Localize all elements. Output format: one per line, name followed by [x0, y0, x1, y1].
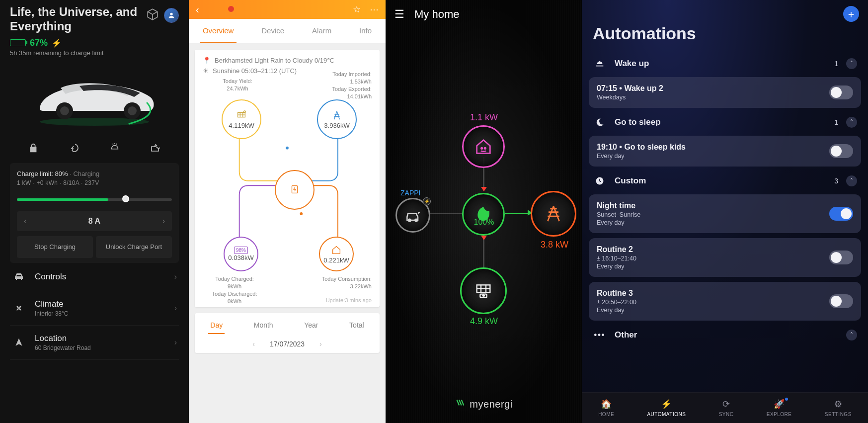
defrost-icon[interactable] [108, 142, 122, 154]
svg-point-3 [60, 106, 69, 115]
charge-limit-line: Charge limit: 80% · Charging [17, 170, 172, 177]
toggle-night-time[interactable] [829, 207, 853, 221]
vehicle-image [30, 61, 159, 135]
lock-icon[interactable] [26, 142, 40, 154]
yield-label: Today Yield:24.7kWh [208, 78, 267, 92]
amperage-stepper: ‹ 8 A › [17, 211, 172, 231]
hue-tabbar: 🏠HOME ⚡AUTOMATIONS ⟳SYNC 🚀EXPLORE ⚙SETTI… [582, 392, 868, 423]
add-automation-button[interactable]: ＋ [843, 6, 859, 22]
tesla-app-panel: Life, the Universe, and Everything 67% ⚡… [0, 0, 189, 423]
bolt-icon: ⚡ [661, 399, 672, 410]
page-title: Automations [582, 24, 868, 49]
myenergi-title: My home [414, 8, 459, 21]
nav-climate[interactable]: ClimateInterior 38°C › [10, 291, 179, 326]
charge-icon[interactable] [67, 142, 81, 154]
solis-header: ‹ ☆ ⋯ [189, 0, 386, 19]
location-icon [12, 338, 26, 347]
tab-sync[interactable]: ⟳SYNC [719, 399, 734, 417]
group-sleep-header[interactable]: z Go to sleep 1 ˄ [589, 114, 861, 131]
myenergi-logo: myenergi [386, 388, 582, 423]
fan-icon [12, 303, 26, 314]
toggle-routine-3[interactable] [829, 294, 853, 308]
toggle-routine-2[interactable] [829, 251, 853, 264]
svg-point-6 [286, 147, 289, 150]
automation-sleep-kids[interactable]: 19:10 • Go to sleep kids Every day [589, 136, 861, 167]
home-node[interactable] [462, 125, 505, 168]
charging-bolt-icon: ⚡ [52, 38, 62, 48]
zappi-node[interactable]: ⚡ [395, 198, 430, 233]
current-date[interactable]: 17/07/2023 [270, 340, 305, 348]
date-next[interactable]: › [319, 340, 322, 348]
moon-icon: z [593, 117, 607, 127]
group-other-header[interactable]: ••• Other ˄ [589, 327, 861, 343]
zappi-label: ZAPPI [400, 189, 420, 197]
tab-home[interactable]: 🏠HOME [598, 399, 614, 417]
nav-location[interactable]: Location60 Bridgewater Road › [10, 326, 179, 360]
unlock-port-button[interactable]: Unlock Charge Port [96, 236, 172, 258]
svg-point-11 [481, 148, 482, 149]
profile-avatar[interactable] [164, 8, 179, 23]
back-icon[interactable]: ‹ [196, 4, 199, 15]
date-prev[interactable]: ‹ [252, 340, 255, 348]
amp-increase[interactable]: › [162, 217, 165, 226]
tab-settings[interactable]: ⚙SETTINGS [825, 399, 852, 417]
time-remaining: 5h 35m remaining to charge limit [10, 49, 179, 57]
battery-percent: 67% [30, 38, 48, 48]
favorite-star-icon[interactable]: ☆ [353, 4, 361, 15]
stop-charging-button[interactable]: Stop Charging [17, 236, 93, 258]
tab-device[interactable]: Device [258, 19, 287, 43]
tab-automations[interactable]: ⚡AUTOMATIONS [647, 399, 686, 417]
clock-icon [593, 176, 607, 186]
range-month[interactable]: Month [252, 317, 275, 334]
tab-overview[interactable]: Overview [200, 19, 237, 43]
svg-point-7 [300, 212, 303, 215]
toggle-sleep-kids[interactable] [829, 144, 853, 158]
chevron-right-icon: › [174, 272, 177, 281]
sync-icon: ⟳ [722, 399, 730, 410]
rocket-icon: 🚀 [774, 399, 785, 410]
range-day[interactable]: Day [208, 317, 225, 334]
home-kw-value: 1.1 kW [459, 112, 509, 123]
more-icon[interactable]: ⋯ [370, 4, 379, 15]
home-node[interactable]: 0.221kW [319, 237, 354, 271]
chevron-right-icon: › [174, 304, 177, 313]
battery-node[interactable]: 98% 0.038kW [224, 237, 258, 271]
tab-alarm[interactable]: Alarm [309, 19, 334, 43]
inverter-node[interactable] [275, 170, 315, 210]
range-year[interactable]: Year [302, 317, 320, 334]
battery-row: 67% ⚡ [10, 38, 179, 48]
solis-tabs: Overview Device Alarm Info [189, 19, 386, 44]
amp-decrease[interactable]: ‹ [24, 217, 26, 226]
package-icon[interactable] [146, 8, 159, 21]
home-icon: 🏠 [601, 399, 612, 410]
tab-info[interactable]: Info [356, 19, 375, 43]
amp-value: 8 A [88, 217, 100, 226]
group-custom-header[interactable]: Custom 3 ˄ [589, 172, 861, 189]
vehicle-name: Life, the Universe, and Everything [10, 5, 146, 34]
consumption-label: Today Consumption:3.22kWh [312, 275, 372, 290]
range-total[interactable]: Total [347, 317, 366, 334]
automation-routine-3[interactable]: Routine 3 ± 20:50–22:00 Every day [589, 282, 861, 321]
grid-node[interactable] [531, 191, 576, 237]
import-export-label: Today Imported:1.53kWh Today Exported:14… [312, 71, 372, 100]
charge-limit-slider[interactable] [17, 193, 172, 206]
solis-app-panel: ‹ ☆ ⋯ Overview Device Alarm Info 📍 Berkh… [189, 0, 386, 423]
chevron-up-icon: ˄ [846, 117, 857, 128]
automation-wakeup2[interactable]: 07:15 • Wake up 2 Weekdays [589, 77, 861, 108]
leaf-node[interactable] [462, 193, 505, 236]
automation-night-time[interactable]: Night time Sunset–Sunrise Every day [589, 194, 861, 233]
automation-routine-2[interactable]: Routine 2 ± 16:10–21:40 Every day [589, 238, 861, 277]
toggle-wakeup2[interactable] [829, 85, 853, 99]
nav-controls[interactable]: Controls › [10, 263, 179, 291]
pv-node[interactable]: 4.119kW [222, 99, 261, 139]
chevron-up-icon: ˄ [846, 330, 857, 340]
grid-kw-value: 3.8 kW [530, 240, 579, 250]
pin-icon: 📍 [203, 57, 211, 64]
menu-icon[interactable]: ☰ [395, 8, 404, 21]
charge-port-icon[interactable] [149, 142, 162, 154]
charge-meter-line: 1 kW · +0 kWh · 8/10A · 237V [17, 179, 172, 186]
tab-explore[interactable]: 🚀EXPLORE [767, 399, 792, 417]
grid-node[interactable]: 3.936kW [317, 99, 357, 139]
group-wakeup-header[interactable]: Wake up 1 ˄ [589, 55, 861, 72]
solar-node[interactable] [460, 267, 507, 314]
